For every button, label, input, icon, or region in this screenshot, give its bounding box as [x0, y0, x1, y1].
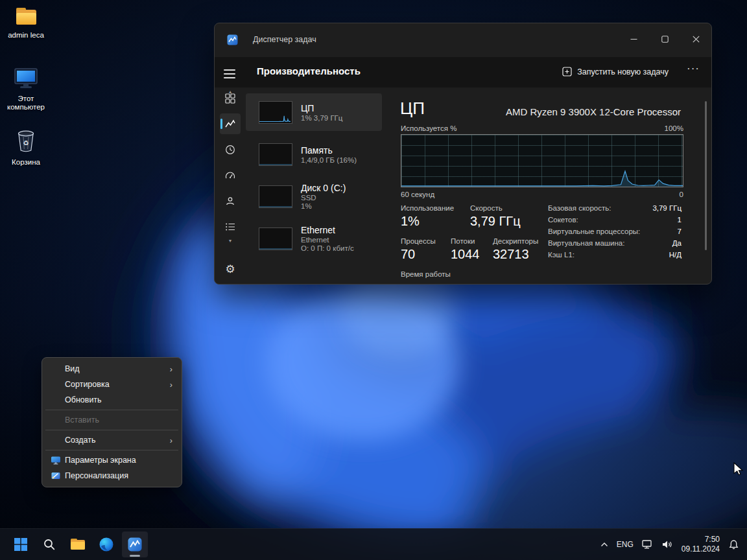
- menu-item-label: Обновить: [65, 395, 102, 404]
- edge-browser-button[interactable]: [93, 531, 119, 557]
- tray-time: 7:50: [682, 535, 720, 544]
- perf-item-name: Память: [301, 145, 357, 156]
- minimize-button[interactable]: [618, 23, 649, 54]
- menu-item-sort[interactable]: Сортировка ›: [45, 377, 179, 392]
- history-clock-icon: [225, 145, 235, 155]
- window-scrollbar[interactable]: [705, 101, 707, 250]
- menu-separator: [45, 410, 178, 410]
- desktop-icon-this-pc[interactable]: Этот компьютер: [1, 67, 51, 111]
- hamburger-menu-button[interactable]: [224, 67, 235, 81]
- menu-item-label: Вставить: [65, 415, 99, 425]
- detail-label: Кэш L1:: [548, 251, 575, 259]
- nav-startup-apps[interactable]: [220, 165, 241, 186]
- cursor-arrow-icon: [733, 462, 744, 476]
- detail-label: Виртуальные процессоры:: [548, 228, 640, 235]
- detail-row: Виртуальная машина: Да: [548, 239, 682, 249]
- personalization-icon: [51, 471, 61, 481]
- graph-usage-label: Используется %: [401, 124, 456, 132]
- nav-users[interactable]: [220, 191, 241, 211]
- stat-value: 3,79 ГГц: [470, 214, 521, 229]
- cpu-usage-graph: [401, 134, 683, 187]
- stat-value: 1%: [401, 214, 420, 229]
- perf-item-detail2: О: 0 П: 0 кбит/с: [301, 244, 354, 252]
- network-icon[interactable]: [642, 540, 654, 549]
- perf-item-ethernet[interactable]: Ethernet Ethernet О: 0 П: 0 кбит/с: [246, 220, 382, 257]
- nav-performance[interactable]: [220, 113, 241, 134]
- cpu-mini-graph: [259, 101, 292, 124]
- settings-gear-button[interactable]: ⚙: [220, 259, 241, 279]
- perf-item-name: Диск 0 (C:): [301, 183, 346, 193]
- stat-label: Дескрипторы: [493, 237, 538, 245]
- desktop-icon-label: Корзина: [1, 158, 51, 167]
- chevron-right-icon: ›: [170, 380, 172, 390]
- more-options-button[interactable]: ···: [687, 62, 700, 75]
- uptime-label: Время работы: [401, 270, 451, 278]
- task-manager-window: Диспетчер задач Производительность: [214, 23, 712, 285]
- processes-icon: [225, 93, 235, 104]
- tray-date: 09.11.2024: [682, 544, 720, 554]
- desktop-icon-user-folder[interactable]: admin leca: [1, 6, 51, 40]
- tray-overflow-chevron[interactable]: [600, 542, 608, 547]
- perf-item-detail: Ethernet: [301, 236, 354, 244]
- menu-item-personalization[interactable]: Персонализация: [45, 468, 179, 484]
- users-icon: [225, 196, 235, 206]
- run-new-task-label: Запустить новую задачу: [577, 67, 669, 76]
- perf-item-detail2: 1%: [301, 202, 346, 210]
- volume-icon[interactable]: [662, 540, 673, 549]
- detail-row: Сокетов: 1: [548, 216, 682, 226]
- notification-bell-icon[interactable]: [728, 539, 739, 550]
- stat-label: Процессы: [401, 237, 436, 245]
- menu-item-display-settings[interactable]: Параметры экрана: [45, 452, 179, 468]
- perf-item-disk[interactable]: Диск 0 (C:) SSD 1%: [246, 178, 382, 215]
- gauge-icon: [225, 170, 235, 181]
- desktop-context-menu: Вид › Сортировка › Обновить Вставить Соз…: [42, 357, 182, 487]
- desktop-icon-label: admin leca: [1, 31, 51, 40]
- memory-mini-graph: [259, 143, 292, 166]
- perf-item-cpu[interactable]: ЦП 1% 3,79 ГГц: [246, 93, 382, 131]
- menu-item-refresh[interactable]: Обновить: [45, 392, 179, 408]
- nav-details[interactable]: [220, 216, 241, 237]
- taskbar: ENG 7:50 09.11.2024: [0, 528, 747, 560]
- page-header: Производительность Запустить новую задач…: [215, 57, 711, 88]
- menu-item-new[interactable]: Создать ›: [45, 432, 179, 448]
- taskbar-clock[interactable]: 7:50 09.11.2024: [682, 535, 720, 554]
- nav-rail: ▴: [215, 88, 246, 284]
- folder-icon: [70, 538, 86, 551]
- new-task-icon: [562, 67, 572, 76]
- maximize-button[interactable]: [649, 23, 680, 54]
- svg-text:♻: ♻: [23, 139, 29, 146]
- menu-item-view[interactable]: Вид ›: [45, 361, 179, 377]
- menu-item-label: Создать: [65, 436, 96, 445]
- close-button[interactable]: [680, 23, 711, 54]
- menu-item-label: Персонализация: [65, 471, 128, 480]
- perf-item-detail: 1% 3,79 ГГц: [301, 114, 342, 122]
- disk-mini-graph: [259, 185, 292, 208]
- detail-value: 3,79 ГГц: [652, 204, 682, 212]
- edge-icon: [99, 537, 114, 552]
- run-new-task-button[interactable]: Запустить новую задачу: [558, 64, 672, 79]
- language-indicator[interactable]: ENG: [617, 540, 634, 549]
- stat-label: Скорость: [470, 204, 503, 212]
- task-manager-taskbar-button[interactable]: [122, 531, 148, 557]
- ethernet-mini-graph: [259, 228, 292, 250]
- file-explorer-button[interactable]: [65, 531, 91, 557]
- maximize-icon: [661, 36, 669, 43]
- perf-item-detail: 1,4/9,0 ГБ (16%): [301, 156, 357, 164]
- cpu-heading: ЦП: [400, 99, 425, 119]
- titlebar[interactable]: Диспетчер задач: [215, 23, 711, 57]
- nav-app-history[interactable]: [220, 139, 241, 160]
- search-button[interactable]: [36, 531, 62, 557]
- perf-item-name: ЦП: [301, 103, 342, 113]
- graph-xmin-label: 60 секунд: [401, 191, 434, 198]
- detail-value: 7: [678, 228, 682, 235]
- selected-accent-bar: [220, 119, 222, 129]
- start-button[interactable]: [8, 531, 34, 557]
- desktop-icon-recycle-bin[interactable]: ♻ Корзина: [1, 129, 51, 167]
- detail-label: Сокетов:: [548, 216, 578, 224]
- rail-scroll-down[interactable]: ▾: [215, 238, 246, 244]
- perf-item-memory[interactable]: Память 1,4/9,0 ГБ (16%): [246, 135, 382, 173]
- chevron-right-icon: ›: [170, 436, 172, 445]
- search-icon: [43, 538, 56, 551]
- graph-xmax-label: 0: [680, 191, 683, 198]
- nav-processes[interactable]: [220, 88, 241, 109]
